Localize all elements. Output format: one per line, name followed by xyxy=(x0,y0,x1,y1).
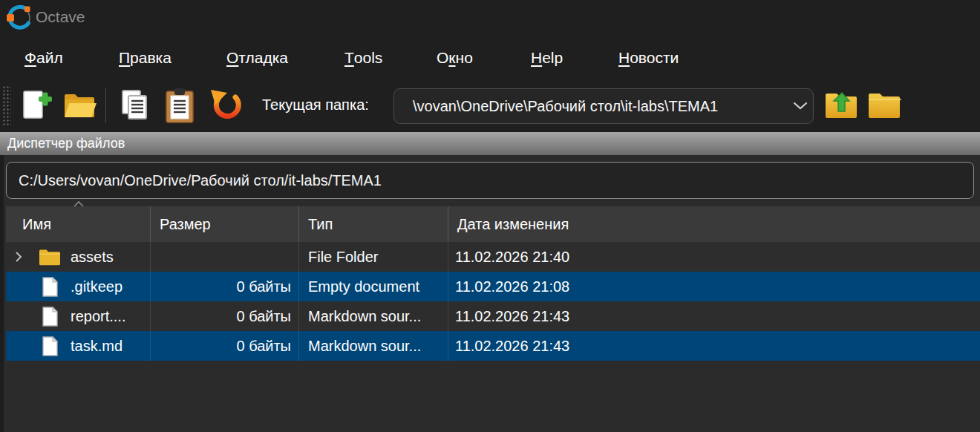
file-icon xyxy=(36,276,64,298)
file-type: Markdown sour... xyxy=(299,301,448,331)
menu-window[interactable]: Окно xyxy=(437,37,473,78)
octave-logo-icon xyxy=(6,4,33,31)
file-manager-titlebar: Диспетчер файлов xyxy=(0,132,980,155)
file-size: 0 байты xyxy=(151,301,299,331)
browse-folder-button[interactable] xyxy=(866,86,904,125)
paste-button[interactable] xyxy=(160,86,199,125)
file-name: .gitkeep xyxy=(71,278,122,295)
file-table-header: Имя Размер Тип Дата изменения xyxy=(6,206,980,242)
file-date: 11.02.2026 21:43 xyxy=(448,301,980,331)
new-file-button[interactable] xyxy=(16,86,55,125)
octave-window: Octave Файл Правка Отладка Tools Окно He… xyxy=(0,0,980,432)
path-input[interactable]: C:/Users/vovan/OneDrive/Рабочий стол/it-… xyxy=(6,162,974,199)
panel-title: Диспетчер файлов xyxy=(0,136,125,151)
undo-icon xyxy=(209,88,244,123)
current-folder-combobox[interactable]: \vovan\OneDrive\Рабочий стол\it-labs\ТЕМ… xyxy=(393,88,814,124)
copy-icon xyxy=(117,88,153,123)
folder-up-icon xyxy=(823,89,860,122)
file-type: File Folder xyxy=(299,242,448,272)
file-table: Имя Размер Тип Дата изменения xyxy=(6,206,980,361)
file-manager-panel: C:/Users/vovan/OneDrive/Рабочий стол/it-… xyxy=(0,155,980,432)
table-row-task[interactable]: task.md 0 байты Markdown sour... 11.02.2… xyxy=(6,331,980,361)
table-row-report[interactable]: report.... 0 байты Markdown sour... 11.0… xyxy=(6,301,980,331)
folder-icon xyxy=(36,247,64,266)
menu-file[interactable]: Файл xyxy=(24,37,63,78)
open-folder-icon xyxy=(62,89,99,122)
undo-button[interactable] xyxy=(207,86,246,125)
open-folder-button[interactable] xyxy=(61,86,99,125)
file-date: 11.02.2026 21:43 xyxy=(448,331,980,361)
menu-help[interactable]: Help xyxy=(531,37,563,78)
expand-chevron-icon[interactable] xyxy=(6,251,36,263)
file-size: 0 байты xyxy=(151,331,299,361)
table-row-gitkeep[interactable]: .gitkeep 0 байты Empty document 11.02.20… xyxy=(6,272,980,301)
toolbar-separator xyxy=(105,88,106,123)
paste-icon xyxy=(162,87,197,124)
file-name: task.md xyxy=(71,338,122,355)
window-titlebar: Octave xyxy=(0,0,980,37)
browse-folder-icon xyxy=(866,89,904,122)
file-name: report.... xyxy=(71,308,125,325)
sort-ascending-icon xyxy=(73,200,85,207)
menu-tools[interactable]: Tools xyxy=(344,37,382,78)
file-size xyxy=(151,242,299,272)
file-type: Empty document xyxy=(299,272,448,301)
file-icon xyxy=(36,306,64,327)
current-folder-value: \vovan\OneDrive\Рабочий стол\it-labs\ТЕМ… xyxy=(394,98,788,115)
menu-bar: Файл Правка Отладка Tools Окно Help Ново… xyxy=(0,37,980,78)
column-header-date[interactable]: Дата изменения xyxy=(448,206,980,242)
file-date: 11.02.2026 21:08 xyxy=(448,272,980,301)
chevron-down-icon xyxy=(788,102,813,111)
file-size: 0 байты xyxy=(151,272,299,301)
folder-up-button[interactable] xyxy=(823,86,861,125)
copy-button[interactable] xyxy=(116,86,154,125)
main-toolbar: Текущая папка: \vovan\OneDrive\Рабочий с… xyxy=(0,78,980,132)
new-file-icon xyxy=(18,88,53,123)
menu-debug[interactable]: Отладка xyxy=(226,37,288,78)
menu-edit[interactable]: Правка xyxy=(119,37,172,78)
column-header-name[interactable]: Имя xyxy=(6,206,151,242)
column-header-size[interactable]: Размер xyxy=(151,206,299,242)
panel-left-edge xyxy=(0,155,4,432)
current-folder-label: Текущая папка: xyxy=(262,78,369,132)
table-row-assets[interactable]: assets File Folder 11.02.2026 21:40 xyxy=(6,242,980,272)
app-title: Octave xyxy=(36,8,85,26)
file-type: Markdown sour... xyxy=(299,331,448,361)
column-header-type[interactable]: Тип xyxy=(299,206,448,242)
menu-news[interactable]: Новости xyxy=(618,37,679,78)
file-name: assets xyxy=(71,249,114,266)
file-date: 11.02.2026 21:40 xyxy=(448,242,980,272)
file-icon xyxy=(36,336,64,357)
toolbar-drag-handle[interactable] xyxy=(2,85,11,125)
